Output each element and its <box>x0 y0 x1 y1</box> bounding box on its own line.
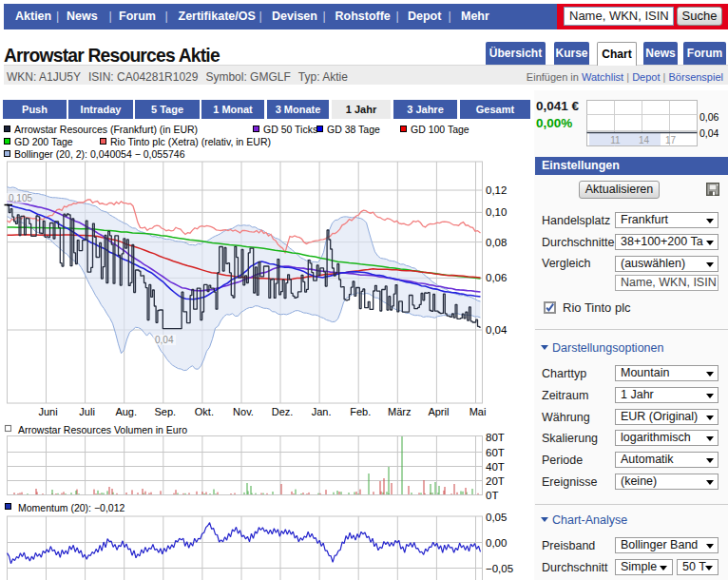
svg-text:Juni: Juni <box>38 406 57 417</box>
svg-text:Okt.: Okt. <box>195 406 214 417</box>
svg-text:0,10: 0,10 <box>486 206 507 218</box>
svg-text:14: 14 <box>639 135 650 145</box>
svg-text:0,04: 0,04 <box>699 127 719 139</box>
svg-text:60T: 60T <box>486 447 505 458</box>
svg-text:März: März <box>388 406 411 417</box>
svg-text:20T: 20T <box>486 475 505 487</box>
svg-text:Mai: Mai <box>469 406 487 417</box>
svg-text:Jan.: Jan. <box>312 406 332 417</box>
svg-text:17: 17 <box>665 135 677 145</box>
svg-text:80T: 80T <box>486 432 505 443</box>
svg-text:Dez.: Dez. <box>272 406 294 417</box>
svg-text:0,105: 0,105 <box>9 193 32 203</box>
svg-text:Momentum (20): −0,012: Momentum (20): −0,012 <box>18 502 125 513</box>
svg-text:0T: 0T <box>486 490 498 501</box>
svg-text:40T: 40T <box>486 461 505 473</box>
svg-text:0,06: 0,06 <box>486 272 507 283</box>
svg-text:0,06: 0,06 <box>699 111 719 123</box>
svg-text:April: April <box>428 406 449 417</box>
svg-text:Juli: Juli <box>79 406 95 417</box>
svg-text:0,00: 0,00 <box>486 537 507 549</box>
svg-text:Sep.: Sep. <box>154 406 176 417</box>
svg-text:0,05: 0,05 <box>486 512 507 523</box>
svg-text:11: 11 <box>610 135 621 145</box>
svg-text:Feb.: Feb. <box>350 406 371 417</box>
svg-text:−0,05: −0,05 <box>486 563 513 574</box>
svg-text:Nov.: Nov. <box>233 406 254 417</box>
svg-text:0,04: 0,04 <box>155 335 174 345</box>
svg-text:Aug.: Aug. <box>115 406 137 417</box>
svg-text:Arrowstar Resources Volumen in: Arrowstar Resources Volumen in Euro <box>18 424 187 435</box>
svg-text:0,08: 0,08 <box>486 237 507 248</box>
svg-text:0,12: 0,12 <box>486 184 507 196</box>
svg-text:0,04: 0,04 <box>486 324 508 336</box>
